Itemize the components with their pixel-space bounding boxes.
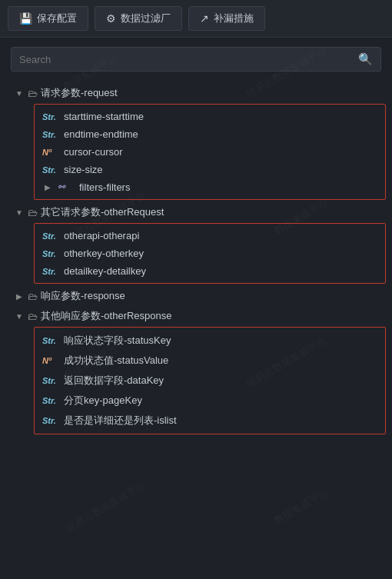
type-badge: Str. [42, 130, 59, 139]
list-item[interactable]: Str. starttime-starttime [35, 108, 385, 125]
child-label: detailkey-detailkey [64, 265, 146, 277]
child-label: size-size [64, 164, 103, 175]
watermark-text-7: 轻易云数据集成平台 [63, 478, 148, 535]
folder-icon-otherRequest: 🗁 [28, 207, 38, 218]
tree-group-otherRequest-row[interactable]: ▼ 🗁 其它请求参数-otherRequest [11, 203, 386, 221]
watermark-text-8: 数据集成平台 [272, 486, 331, 528]
save-icon: 💾 [19, 12, 32, 25]
expand-arrow-otherRequest: ▼ [14, 208, 25, 217]
list-item[interactable]: Str. otherkey-otherkey [35, 245, 385, 262]
tree-group-otherRequest: ▼ 🗁 其它请求参数-otherRequest Str. otherapi-ot… [11, 203, 386, 284]
tree-label-otherRequest: 其它请求参数-otherRequest [41, 205, 164, 219]
list-item[interactable]: Str. size-size [35, 161, 385, 178]
patch-button[interactable]: ↗ 补漏措施 [188, 6, 265, 31]
type-badge-num: Nº [42, 148, 59, 157]
children-panel-otherResponse: Str. 响应状态字段-statusKey Nº 成功状态值-statusVal… [34, 327, 386, 434]
type-badge: Str. [42, 165, 59, 175]
list-item[interactable]: Str. 是否是详细还是列表-islist [35, 411, 385, 431]
tree-group-request: ▼ 🗁 请求参数-request Str. starttime-starttim… [11, 84, 386, 200]
child-label: 响应状态字段-statusKey [64, 334, 171, 348]
tree-group-request-row[interactable]: ▼ 🗁 请求参数-request [11, 84, 386, 102]
folder-icon-request: 🗁 [28, 88, 38, 99]
search-container: 🔍 [0, 38, 392, 79]
child-label: 成功状态值-statusValue [64, 354, 168, 368]
child-label: filters-filters [79, 181, 130, 193]
expand-arrow-otherResponse: ▼ [14, 312, 25, 321]
type-badge: Str. [42, 336, 59, 345]
type-badge: Str. [42, 396, 59, 405]
child-label: 分页key-pageKey [64, 394, 142, 408]
child-label: endtime-endtime [64, 128, 138, 140]
child-label: otherapi-otherapi [64, 230, 139, 241]
expand-arrow-response: ▶ [14, 292, 25, 301]
data-filter-button[interactable]: ⚙ 数据过滤厂 [95, 6, 182, 31]
tree-label-otherResponse: 其他响应参数-otherResponse [41, 309, 172, 323]
type-badge: Str. [42, 231, 59, 241]
data-filter-label: 数据过滤厂 [121, 12, 171, 25]
child-label: otherkey-otherkey [64, 248, 144, 259]
expand-arrow-filters: ▶ [42, 183, 53, 191]
list-item[interactable]: ▶ ⚯ filters-filters [35, 178, 385, 196]
type-badge-num: Nº [42, 356, 59, 365]
list-item[interactable]: Str. otherapi-otherapi [35, 227, 385, 245]
expand-arrow-request: ▼ [14, 89, 25, 98]
type-badge: Str. [42, 416, 59, 425]
folder-icon-response: 🗁 [28, 291, 38, 302]
child-label: cursor-cursor [64, 146, 123, 158]
save-config-label: 保存配置 [37, 12, 77, 25]
tree-group-response: ▶ 🗁 响应参数-response [11, 287, 386, 305]
tree: ▼ 🗁 请求参数-request Str. starttime-starttim… [0, 79, 392, 453]
tree-label-response: 响应参数-response [41, 289, 125, 303]
child-label: starttime-starttime [64, 111, 144, 122]
child-label: 是否是详细还是列表-islist [64, 414, 177, 428]
patch-icon: ↗ [200, 12, 209, 25]
list-item[interactable]: Str. detailkey-detailkey [35, 262, 385, 280]
list-item[interactable]: Str. endtime-endtime [35, 125, 385, 143]
list-item[interactable]: Str. 分页key-pageKey [35, 391, 385, 411]
list-item[interactable]: Nº cursor-cursor [35, 143, 385, 161]
save-config-button[interactable]: 💾 保存配置 [8, 6, 88, 31]
toolbar: 💾 保存配置 ⚙ 数据过滤厂 ↗ 补漏措施 [0, 0, 392, 38]
search-icon: 🔍 [358, 52, 373, 66]
list-item[interactable]: Str. 响应状态字段-statusKey [35, 331, 385, 351]
child-label: 返回数据字段-dataKey [64, 374, 164, 388]
type-badge: Str. [42, 112, 59, 121]
type-badge: Str. [42, 249, 59, 258]
type-badge-arr: ⚯ [58, 182, 75, 192]
search-input-wrap: 🔍 [11, 47, 381, 72]
patch-label: 补漏措施 [214, 12, 254, 25]
list-item[interactable]: Nº 成功状态值-statusValue [35, 351, 385, 371]
tree-group-response-row[interactable]: ▶ 🗁 响应参数-response [11, 287, 386, 305]
children-panel-request: Str. starttime-starttime Str. endtime-en… [34, 104, 386, 200]
children-panel-otherRequest: Str. otherapi-otherapi Str. otherkey-oth… [34, 223, 386, 284]
folder-icon-otherResponse: 🗁 [28, 311, 38, 322]
tree-label-request: 请求参数-request [41, 86, 118, 100]
gear-icon: ⚙ [106, 12, 116, 25]
search-input[interactable] [19, 54, 358, 65]
type-badge: Str. [42, 376, 59, 385]
tree-group-otherResponse-row[interactable]: ▼ 🗁 其他响应参数-otherResponse [11, 307, 386, 325]
type-badge: Str. [42, 267, 59, 276]
tree-group-otherResponse: ▼ 🗁 其他响应参数-otherResponse Str. 响应状态字段-sta… [11, 307, 386, 434]
list-item[interactable]: Str. 返回数据字段-dataKey [35, 371, 385, 391]
